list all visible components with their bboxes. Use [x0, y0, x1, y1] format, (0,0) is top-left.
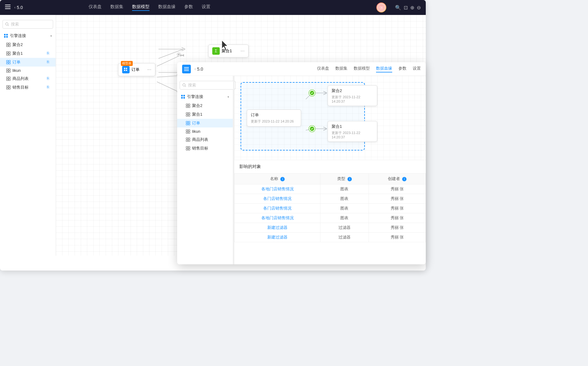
front-nav-dataset[interactable]: 数据集: [335, 66, 347, 72]
front-nav-params[interactable]: 参数: [398, 66, 407, 72]
front-node-agg2[interactable]: 聚合2 更新于 2023-11-22 14:20:37: [328, 85, 377, 106]
back-zoom-out-icon[interactable]: ⊖: [417, 5, 421, 11]
front-nav-dashboard[interactable]: 仪表盘: [317, 66, 329, 72]
back-node-order-more[interactable]: ···: [147, 67, 151, 72]
back-node-order-label: 订单: [131, 67, 140, 72]
front-menu-btn[interactable]: [182, 65, 191, 73]
back-sidebar: 搜索 引擎连接 ▾ 聚合2 聚合1 ⎘: [0, 15, 56, 256]
back-nav-dashboard[interactable]: 仪表盘: [89, 4, 102, 11]
back-sidebar-group-header[interactable]: 引擎连接 ▾: [0, 31, 56, 40]
front-sidebar-group-header[interactable]: 引擎连接 ▾: [177, 92, 233, 101]
back-sidebar-item-order[interactable]: 订单 ⎘: [0, 58, 56, 67]
svg-rect-7: [4, 34, 6, 35]
front-sidebar-item-likun[interactable]: likun: [177, 127, 233, 135]
svg-rect-15: [7, 52, 8, 53]
svg-rect-56: [181, 95, 183, 96]
front-row5-type: 过滤器: [320, 223, 369, 233]
svg-rect-21: [7, 63, 8, 64]
front-row1-type: 图表: [320, 184, 369, 194]
back-node-order-header: 订单 ···: [122, 66, 151, 73]
svg-rect-8: [6, 34, 8, 35]
back-canvas-toolbar: 🔍 ⊡ ⊕ ⊖: [395, 5, 421, 11]
back-copy-icon[interactable]: ⎘: [47, 51, 52, 56]
back-item-product-label: 商品列表: [12, 76, 29, 81]
back-item-sales-suffix: ⎘: [47, 85, 52, 90]
back-sidebar-item-product[interactable]: 商品列表 ⎘: [0, 74, 56, 83]
svg-rect-33: [7, 88, 8, 89]
back-search-icon[interactable]: 🔍: [395, 5, 401, 11]
back-nav-lineage[interactable]: 数据血缘: [158, 4, 176, 11]
back-search-box[interactable]: 搜索: [2, 20, 53, 29]
back-nav-settings[interactable]: 设置: [202, 4, 210, 11]
front-row3-name[interactable]: 各门店销售情况: [263, 206, 292, 211]
back-sales-copy-icon[interactable]: ⎘: [47, 85, 52, 90]
front-row2-name[interactable]: 各门店销售情况: [263, 196, 292, 201]
front-body: 搜索 引擎连接 ▾ 聚合2 聚合1 订单 likun: [177, 76, 426, 264]
back-avatar[interactable]: 张: [376, 2, 386, 12]
front-row4-creator: 秀丽 张: [369, 213, 425, 223]
front-node-order[interactable]: 订单 更新于 2023-11-22 14:20:26: [247, 109, 301, 127]
front-row6-name[interactable]: 新建过滤器: [267, 235, 287, 239]
back-node-order[interactable]: 模型表 订单 ···: [118, 63, 155, 76]
back-expand-icon: ▾: [50, 34, 52, 38]
front-row2-type: 图表: [320, 194, 369, 204]
back-sidebar-item-likun[interactable]: likun: [0, 67, 56, 74]
front-row4-type: 图表: [320, 213, 369, 223]
front-sidebar-item-order[interactable]: 订单: [177, 119, 233, 127]
front-row4-name[interactable]: 各地门店销售情况: [261, 215, 294, 220]
front-col-type-info[interactable]: i: [347, 177, 352, 181]
front-sidebar-item-sales[interactable]: 销售目标: [177, 144, 233, 153]
front-expand-icon: ▾: [227, 95, 229, 99]
back-product-copy-icon[interactable]: ⎘: [47, 76, 52, 81]
front-node-agg1[interactable]: 聚合1 更新于 2023-11-22 14:20:37: [328, 121, 377, 142]
front-row5-name[interactable]: 新建过滤器: [267, 225, 287, 230]
back-item-order-suffix: ⎘: [47, 60, 52, 65]
svg-rect-73: [188, 130, 190, 131]
back-nav-dataset[interactable]: 数据集: [110, 4, 123, 11]
back-zoom-in-icon[interactable]: ⊕: [410, 5, 414, 11]
svg-rect-14: [9, 45, 10, 47]
front-row1-name[interactable]: 各地门店销售情况: [261, 187, 294, 191]
front-sidebar-item-agg2[interactable]: 聚合2: [177, 101, 233, 110]
back-menu-icon[interactable]: [5, 5, 11, 10]
svg-rect-68: [186, 121, 188, 123]
svg-rect-10: [6, 36, 8, 38]
front-nav-datamodel[interactable]: 数据模型: [354, 66, 370, 72]
front-table-row-4: 各地门店销售情况 图表 秀丽 张: [235, 213, 426, 223]
back-sidebar-item-sales[interactable]: 销售目标 ⎘: [0, 83, 56, 92]
back-nav-params[interactable]: 参数: [184, 4, 193, 11]
svg-rect-22: [9, 63, 10, 64]
front-col-creator-info[interactable]: i: [402, 177, 407, 181]
back-version-label: 5.0: [17, 5, 23, 10]
front-nav-lineage[interactable]: 数据血缘: [376, 66, 392, 72]
back-sidebar-item-agg1[interactable]: 聚合1 ⎘: [0, 49, 56, 58]
svg-marker-37: [180, 54, 183, 57]
front-nav: 仪表盘 数据集 数据模型 数据血缘 参数 设置: [317, 66, 421, 72]
svg-rect-11: [7, 43, 8, 44]
back-sidebar-item-agg2[interactable]: 聚合2: [0, 40, 56, 49]
front-group-label: 引擎连接: [187, 94, 203, 100]
front-nav-settings[interactable]: 设置: [413, 66, 421, 72]
svg-rect-69: [188, 121, 190, 123]
back-node-agg1-more[interactable]: ···: [241, 48, 245, 54]
svg-rect-46: [126, 70, 127, 71]
front-search-box[interactable]: 搜索: [180, 81, 236, 90]
svg-rect-64: [186, 113, 188, 114]
front-search-placeholder: 搜索: [188, 82, 196, 88]
svg-rect-72: [186, 130, 188, 131]
svg-rect-83: [188, 149, 190, 150]
front-affected-table: 名称 i 类型 i 创建者 i: [234, 173, 426, 242]
back-grid-icon[interactable]: ⊡: [404, 5, 408, 11]
back-nav-datamodel[interactable]: 数据模型: [132, 4, 149, 11]
back-version-arrow: ‹: [14, 5, 16, 10]
front-sidebar-item-product[interactable]: 商品列表: [177, 135, 233, 144]
svg-rect-82: [186, 149, 188, 150]
back-item-agg1-label: 聚合1: [12, 51, 23, 56]
svg-rect-18: [9, 54, 10, 55]
back-sidebar-group: 引擎连接 ▾ 聚合2 聚合1 ⎘ 订单: [0, 31, 56, 92]
front-col-name-info[interactable]: i: [280, 177, 285, 181]
back-order-copy-icon[interactable]: ⎘: [47, 60, 52, 65]
front-sidebar-item-agg1[interactable]: 聚合1: [177, 110, 233, 119]
svg-rect-81: [188, 146, 190, 148]
front-item-likun-label: likun: [192, 129, 200, 134]
